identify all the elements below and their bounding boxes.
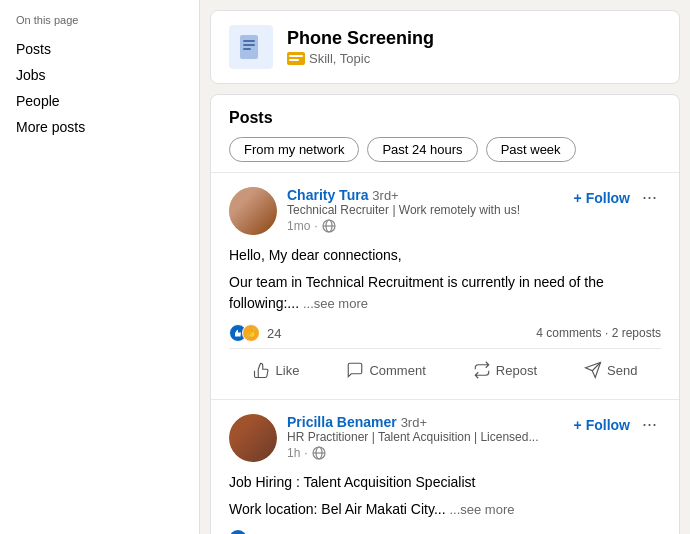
post-author-2: Pricilla Benamer 3rd+ HR Practitioner | … <box>229 414 538 462</box>
svg-rect-6 <box>289 59 299 61</box>
globe-icon-2 <box>312 446 326 460</box>
topic-header-card: Phone Screening Skill, Topic <box>210 10 680 84</box>
send-icon-1 <box>584 361 602 379</box>
filter-past-24[interactable]: Past 24 hours <box>367 137 477 162</box>
follow-button-2[interactable]: + Follow <box>574 417 630 433</box>
topic-badge-icon <box>287 52 305 65</box>
posts-title: Posts <box>229 109 661 127</box>
post-text-line2-2: Work location: Bel Air Makati City... ..… <box>229 499 661 520</box>
author-title-1: Technical Recruiter | Work remotely with… <box>287 203 520 217</box>
send-button-1[interactable]: Send <box>572 355 649 385</box>
filter-buttons: From my network Past 24 hours Past week <box>229 137 661 162</box>
svg-rect-2 <box>243 44 255 46</box>
post-top-2: Pricilla Benamer 3rd+ HR Practitioner | … <box>229 414 661 462</box>
svg-rect-5 <box>289 55 303 57</box>
comments-count-1[interactable]: 4 comments <box>536 326 601 340</box>
reaction-count-1: 24 <box>267 326 281 341</box>
post-item-2: Pricilla Benamer 3rd+ HR Practitioner | … <box>211 400 679 534</box>
author-name-1: Charity Tura 3rd+ <box>287 187 520 203</box>
reaction-right-1: 4 comments · 2 reposts <box>536 326 661 340</box>
author-meta-1: 1mo · <box>287 219 520 233</box>
posts-card: Posts From my network Past 24 hours Past… <box>210 94 680 534</box>
author-title-2: HR Practitioner | Talent Acquisition | L… <box>287 430 538 444</box>
sidebar-item-people[interactable]: People <box>16 88 183 114</box>
reposts-count-1[interactable]: 2 reposts <box>612 326 661 340</box>
avatar-1[interactable] <box>229 187 277 235</box>
svg-rect-1 <box>243 40 255 42</box>
follow-button-1[interactable]: + Follow <box>574 190 630 206</box>
post-text-2: Job Hiring : Talent Acquisition Speciali… <box>229 472 661 520</box>
see-more-2[interactable]: ...see more <box>449 502 514 517</box>
comment-icon-1 <box>346 361 364 379</box>
sidebar-title: On this page <box>16 14 183 26</box>
svg-rect-3 <box>243 48 251 50</box>
posts-header: Posts From my network Past 24 hours Past… <box>211 95 679 173</box>
filter-past-week[interactable]: Past week <box>486 137 576 162</box>
more-button-2[interactable]: ··· <box>638 414 661 435</box>
sidebar: On this page Posts Jobs People More post… <box>0 0 200 534</box>
topic-info: Phone Screening Skill, Topic <box>287 28 434 66</box>
sidebar-item-posts[interactable]: Posts <box>16 36 183 62</box>
more-button-1[interactable]: ··· <box>638 187 661 208</box>
globe-icon-1 <box>322 219 336 233</box>
filter-from-network[interactable]: From my network <box>229 137 359 162</box>
reaction-left-1: 👏 24 <box>229 324 281 342</box>
topic-subtitle-text: Skill, Topic <box>309 51 370 66</box>
post-reactions-1: 👏 24 4 comments · 2 reposts <box>229 324 661 342</box>
author-info-1: Charity Tura 3rd+ Technical Recruiter | … <box>287 187 520 233</box>
main-content: Phone Screening Skill, Topic Posts From … <box>200 0 690 534</box>
post-author-1: Charity Tura 3rd+ Technical Recruiter | … <box>229 187 520 235</box>
like-reaction-small-icon <box>229 530 247 534</box>
topic-subtitle: Skill, Topic <box>287 51 434 66</box>
reaction-icons-1: 👏 <box>229 324 255 342</box>
svg-rect-0 <box>240 35 258 59</box>
post-text-1: Hello, My dear connections, Our team in … <box>229 245 661 314</box>
post-text-line1-1: Hello, My dear connections, <box>229 245 661 266</box>
like-icon-1 <box>253 361 271 379</box>
comment-button-1[interactable]: Comment <box>334 355 437 385</box>
post-actions-top-2: + Follow ··· <box>574 414 661 435</box>
author-name-2: Pricilla Benamer 3rd+ <box>287 414 538 430</box>
author-info-2: Pricilla Benamer 3rd+ HR Practitioner | … <box>287 414 538 460</box>
post-item-1: Charity Tura 3rd+ Technical Recruiter | … <box>211 173 679 400</box>
post-footer-1: Like Comment Repost <box>229 348 661 385</box>
post-actions-top-1: + Follow ··· <box>574 187 661 208</box>
author-degree-2: 3rd+ <box>401 415 427 430</box>
post-top-1: Charity Tura 3rd+ Technical Recruiter | … <box>229 187 661 235</box>
sidebar-item-more-posts[interactable]: More posts <box>16 114 183 140</box>
avatar-2[interactable] <box>229 414 277 462</box>
small-reaction-2: 1 <box>229 530 661 534</box>
svg-rect-4 <box>287 52 305 65</box>
topic-title: Phone Screening <box>287 28 434 49</box>
author-meta-2: 1h · <box>287 446 538 460</box>
post-text-line1-2: Job Hiring : Talent Acquisition Speciali… <box>229 472 661 493</box>
sidebar-item-jobs[interactable]: Jobs <box>16 62 183 88</box>
see-more-1[interactable]: ...see more <box>303 296 368 311</box>
repost-button-1[interactable]: Repost <box>461 355 549 385</box>
skill-icon <box>237 33 265 61</box>
author-degree-1: 3rd+ <box>372 188 398 203</box>
celebrate-reaction-icon: 👏 <box>242 324 260 342</box>
post-text-line2-1: Our team in Technical Recruitment is cur… <box>229 272 661 314</box>
topic-icon-container <box>229 25 273 69</box>
like-button-1[interactable]: Like <box>241 355 312 385</box>
repost-icon-1 <box>473 361 491 379</box>
